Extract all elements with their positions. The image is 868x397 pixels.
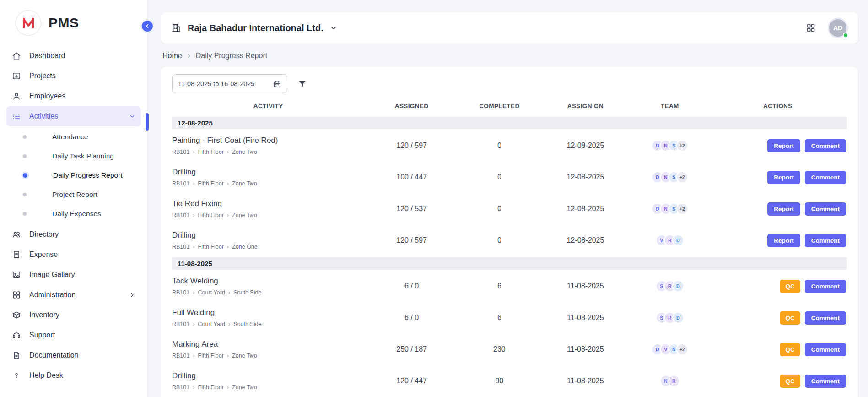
team-avatar-more[interactable]: +2 <box>676 140 688 152</box>
breadcrumb-current: Daily Progress Report <box>196 52 268 60</box>
assigned-value: 120 / 597 <box>364 236 459 245</box>
assigned-value: 250 / 187 <box>364 345 459 353</box>
row-actions: Report Comment <box>709 234 847 247</box>
assigned-value: 120 / 447 <box>364 377 459 385</box>
filter-row <box>172 74 847 93</box>
top-header: Raja Bahadur International Ltd. AD <box>161 12 858 44</box>
image-icon <box>12 270 21 279</box>
comment-button[interactable]: Comment <box>805 280 846 293</box>
team-avatars: D V N +2 <box>631 343 709 355</box>
team-avatar: R <box>668 375 680 387</box>
online-status-dot <box>843 33 848 38</box>
activity-name: Tie Rod Fixing <box>172 199 364 208</box>
row-actions: Report Comment <box>709 202 847 216</box>
logo-mark-icon <box>16 10 41 36</box>
date-range-input[interactable] <box>178 80 269 87</box>
calendar-icon[interactable] <box>273 80 281 88</box>
sidebar-subitem-daily-progress-report[interactable]: Daily Progress Report <box>6 166 141 185</box>
report-button[interactable]: Report <box>767 234 800 247</box>
sidebar-item-dashboard[interactable]: Dashboard <box>6 46 141 66</box>
user-avatar[interactable]: AD <box>828 18 848 38</box>
comment-button[interactable]: Comment <box>805 202 846 216</box>
sidebar-item-help-desk[interactable]: Help Desk <box>6 365 141 386</box>
activity-path: RB101Fifth FloorZone Two <box>172 384 364 391</box>
completed-value: 0 <box>459 173 540 181</box>
report-button[interactable]: Report <box>767 139 800 152</box>
activity-name: Tack Welding <box>172 277 364 286</box>
company-selector[interactable]: Raja Bahadur International Ltd. <box>171 23 337 33</box>
sidebar-item-support[interactable]: Support <box>6 325 141 345</box>
assigned-value: 120 / 537 <box>364 205 459 213</box>
sidebar-nav: Dashboard Projects Employees Activities <box>0 42 147 395</box>
company-name: Raja Bahadur International Ltd. <box>188 23 323 33</box>
sidebar-item-expense[interactable]: Expense <box>6 245 141 265</box>
sidebar-subitem-daily-expenses[interactable]: Daily Expenses <box>6 204 141 223</box>
team-avatar-more[interactable]: +2 <box>676 171 688 183</box>
date-group-header: 11-08-2025 <box>172 257 847 270</box>
team-avatars: D N S +2 <box>631 203 709 215</box>
sidebar-item-label: Projects <box>29 72 56 80</box>
assign-on-date: 11-08-2025 <box>540 345 631 353</box>
assign-on-date: 12-08-2025 <box>540 173 631 181</box>
apps-grid-icon[interactable] <box>806 23 816 33</box>
app-name: PMS <box>49 15 79 31</box>
completed-value: 6 <box>459 314 540 322</box>
qc-button[interactable]: QC <box>780 375 800 388</box>
filter-funnel-icon[interactable] <box>297 79 307 89</box>
qc-button[interactable]: QC <box>780 343 800 356</box>
sidebar-item-image-gallary[interactable]: Image Gallary <box>6 265 141 285</box>
row-actions: QC Comment <box>709 375 847 388</box>
comment-button[interactable]: Comment <box>805 171 846 184</box>
sidebar-item-inventory[interactable]: Inventory <box>6 305 141 325</box>
sidebar-subitem-project-report[interactable]: Project Report <box>6 185 141 204</box>
sidebar-subitem-daily-task-planning[interactable]: Daily Task Planning <box>6 147 141 166</box>
qc-button[interactable]: QC <box>780 311 800 325</box>
sidebar-item-activities[interactable]: Activities <box>6 106 141 126</box>
table-row: Full Welding RB101Court YardSouth Side 6… <box>172 302 847 334</box>
sidebar-item-administration[interactable]: Administration <box>6 285 141 305</box>
box-icon <box>12 310 21 320</box>
sidebar-item-documentation[interactable]: Documentation <box>6 345 141 365</box>
column-header-assigned: ASSIGNED <box>364 103 459 109</box>
assigned-value: 100 / 447 <box>364 173 459 181</box>
qc-button[interactable]: QC <box>780 280 800 293</box>
sidebar-subitem-attendance[interactable]: Attendance <box>6 127 141 147</box>
comment-button[interactable]: Comment <box>805 311 846 325</box>
report-button[interactable]: Report <box>767 202 800 216</box>
sidebar-item-employees[interactable]: Employees <box>6 86 141 106</box>
comment-button[interactable]: Comment <box>805 375 846 388</box>
assign-on-date: 12-08-2025 <box>540 236 631 245</box>
row-actions: Report Comment <box>709 139 847 152</box>
bullet-icon <box>23 212 27 216</box>
comment-button[interactable]: Comment <box>805 139 846 152</box>
table-row: Marking Area RB101Fifth FloorZone Two 25… <box>172 334 847 365</box>
activity-name: Marking Area <box>172 340 364 349</box>
sidebar-item-projects[interactable]: Projects <box>6 66 141 86</box>
assigned-value: 6 / 0 <box>364 282 459 290</box>
date-range-picker[interactable] <box>172 74 287 93</box>
column-header-team: TEAM <box>631 103 709 109</box>
receipt-icon <box>12 250 21 259</box>
completed-value: 90 <box>459 377 540 385</box>
breadcrumb-home[interactable]: Home <box>162 52 182 60</box>
team-avatars: D N S +2 <box>631 140 709 152</box>
sidebar-collapse-button[interactable] <box>140 19 154 33</box>
sidebar-item-label: Employees <box>29 92 65 100</box>
row-actions: QC Comment <box>709 280 847 293</box>
chevron-down-icon <box>129 113 135 120</box>
team-avatar-more[interactable]: +2 <box>676 343 688 355</box>
sidebar-item-directory[interactable]: Directory <box>6 224 141 245</box>
column-header-completed: COMPLETED <box>459 103 540 109</box>
completed-value: 0 <box>459 236 540 245</box>
report-button[interactable]: Report <box>767 171 800 184</box>
row-actions: QC Comment <box>709 311 847 325</box>
activity-path: RB101Fifth FloorZone Two <box>172 148 364 155</box>
team-avatar-more[interactable]: +2 <box>676 203 688 215</box>
projects-icon <box>12 71 21 81</box>
row-actions: QC Comment <box>709 343 847 356</box>
comment-button[interactable]: Comment <box>805 234 846 247</box>
activity-name: Full Welding <box>172 308 364 317</box>
comment-button[interactable]: Comment <box>805 343 846 356</box>
row-actions: Report Comment <box>709 171 847 184</box>
sidebar-item-label: Administration <box>29 291 75 299</box>
